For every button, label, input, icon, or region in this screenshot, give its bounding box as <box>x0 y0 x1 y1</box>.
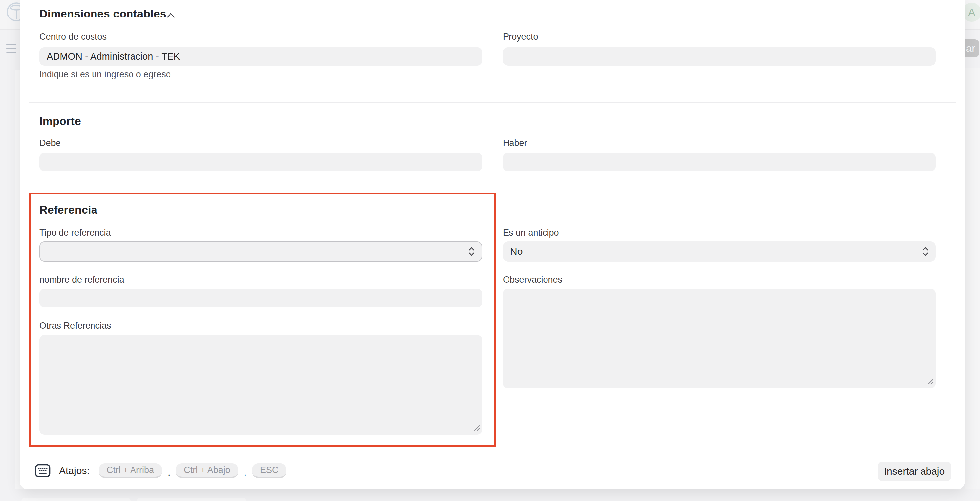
atajos-label: Atajos: <box>59 465 89 476</box>
nombre-de-referencia-label: nombre de referencia <box>39 274 124 285</box>
shortcut-separator: . <box>167 467 170 479</box>
resize-handle-icon[interactable] <box>473 424 480 432</box>
section-title-dimensiones-contables: Dimensiones contables <box>39 7 166 20</box>
centro-de-costos-input[interactable] <box>39 47 482 66</box>
resize-handle-icon[interactable] <box>926 377 934 386</box>
chevron-up-down-icon <box>468 246 475 257</box>
section-title-referencia: Referencia <box>39 203 97 216</box>
es-un-anticipo-label: Es un anticipo <box>503 228 559 238</box>
debe-input[interactable] <box>39 153 482 171</box>
nombre-de-referencia-input[interactable] <box>39 289 482 307</box>
shortcut-pill-ctrl-abajo: Ctrl + Abajo <box>176 463 238 478</box>
tipo-de-referencia-label: Tipo de referencia <box>39 228 111 238</box>
hamburger-menu-icon[interactable] <box>6 44 16 54</box>
insertar-abajo-button[interactable]: Insertar abajo <box>878 462 951 481</box>
observaciones-textarea[interactable] <box>503 289 936 388</box>
es-un-anticipo-value: No <box>510 246 523 257</box>
otras-referencias-textarea[interactable] <box>39 335 482 434</box>
proyecto-label: Proyecto <box>503 32 538 42</box>
shortcut-pill-ctrl-arriba: Ctrl + Arriba <box>99 463 162 478</box>
background-content-edge <box>965 68 980 490</box>
section-title-importe: Importe <box>39 115 81 128</box>
haber-label: Haber <box>503 138 527 148</box>
centro-de-costos-label: Centro de costos <box>39 32 107 42</box>
haber-input[interactable] <box>503 153 936 171</box>
ingreso-egreso-helper-text: Indique si es un ingreso o egreso <box>39 69 171 79</box>
background-ghost-element <box>137 498 246 501</box>
shortcuts-bar: Atajos: Ctrl + Arriba . Ctrl + Abajo . E… <box>35 462 286 479</box>
section-divider <box>29 102 956 103</box>
background-ghost-element <box>21 498 130 501</box>
otras-referencias-label: Otras Referencias <box>39 321 111 331</box>
es-un-anticipo-select[interactable]: No <box>503 241 936 262</box>
shortcut-separator: . <box>244 467 247 479</box>
observaciones-label: Observaciones <box>503 274 562 285</box>
chevron-up-icon[interactable] <box>165 11 177 20</box>
section-divider <box>29 191 956 192</box>
keyboard-icon <box>35 464 51 477</box>
edit-row-dialog: Dimensiones contables Centro de costos P… <box>20 0 965 490</box>
proyecto-input[interactable] <box>503 47 936 66</box>
chevron-up-down-icon <box>922 246 929 257</box>
shortcut-pill-esc: ESC <box>252 463 286 478</box>
debe-label: Debe <box>39 138 61 148</box>
tipo-de-referencia-select[interactable] <box>39 241 482 262</box>
